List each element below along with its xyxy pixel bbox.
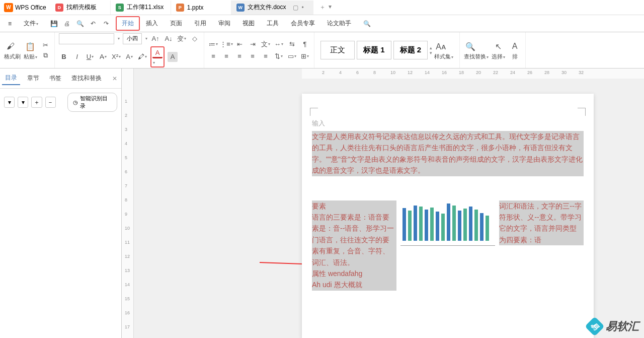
horizontal-ruler: 2468101214161820222426283032 [302,69,644,79]
heading-elements[interactable]: 要素 [312,200,396,212]
copy-icon[interactable]: ⧉ [40,50,50,60]
redo-icon[interactable]: ↷ [102,19,111,28]
increase-indent-icon[interactable]: ⇥ [248,39,258,49]
menu-view[interactable]: 视图 [236,16,261,31]
bullets-icon[interactable]: ≔▾ [208,39,218,49]
menu-start[interactable]: 开始 [116,16,140,31]
attr-line-1[interactable]: 属性 wendafahg [312,268,396,279]
toc-settings-dropdown[interactable]: ▾ [4,97,15,108]
style-h1[interactable]: 标题 1 [357,41,391,59]
editing-group: 🔍 查找替换▾ ↖ 选择▾ A 排 [460,32,526,68]
font-size-input[interactable] [123,33,142,44]
decrease-indent-icon[interactable]: ⇤ [234,39,245,49]
find-icon[interactable]: 🔍 [464,40,477,53]
italic-icon[interactable]: I [72,52,82,62]
bold-icon[interactable]: B [59,52,69,62]
font-dropdown-icon[interactable]: ▾ [118,36,120,41]
sidetab-toc[interactable]: 目录 [2,72,20,85]
menu-thesis[interactable]: 论文助手 [321,16,357,31]
select-icon[interactable]: ↖ [492,40,505,53]
tab-menu-icon[interactable]: • [301,4,303,11]
input-hint: 输入 [312,119,584,128]
embedded-chart[interactable] [400,200,496,246]
align-right-icon[interactable]: ≡ [234,51,245,61]
menu-tools[interactable]: 工具 [261,16,285,31]
size-dropdown-icon[interactable]: ▾ [145,36,147,41]
distribute-icon[interactable]: ≡ [261,51,271,61]
align-left-icon[interactable]: ≡ [208,51,218,61]
format-painter-label: 格式刷 [4,53,21,60]
sort-icon[interactable]: A [508,40,521,53]
menu-reference[interactable]: 引用 [188,16,212,31]
smart-toc-button[interactable]: ◷智能识别目录 [67,93,117,112]
preview-icon[interactable]: 🔍 [75,19,85,28]
text-direction-icon[interactable]: 文▾ [261,39,271,49]
borders-icon[interactable]: ⊞▾ [300,51,310,61]
highlight-icon[interactable]: 🖍▾ [137,52,147,62]
toc-dropdown[interactable]: ▾ [18,97,28,108]
shrink-font-icon[interactable]: A↓ [164,34,174,44]
style-prev-icon[interactable]: ▴ [430,45,432,50]
watermark: 易 易软汇 [588,319,639,334]
char-shading-icon[interactable]: A [168,52,178,62]
font-name-input[interactable] [59,33,114,44]
line-spacing-icon[interactable]: ⇅▾ [274,51,284,61]
search-icon[interactable]: 🔍 [357,17,377,30]
tab-list-dropdown[interactable]: ▾ [329,3,332,12]
menu-review[interactable]: 审阅 [212,16,236,31]
xlsx-icon: S [116,4,124,12]
toc-add-button[interactable]: ＋ [31,97,42,108]
margin-corner-icon [310,108,318,116]
clear-format-icon[interactable]: ◇ [190,34,200,44]
superscript-icon[interactable]: X²▾ [111,52,121,62]
style-h2[interactable]: 标题 2 [393,41,428,59]
toc-remove-button[interactable]: － [45,97,56,108]
tab-label: 工作簿11.xlsx [127,3,164,12]
paragraph-left[interactable]: 语言的三要素是：语音要素是：音--语音、形学习一门语言，往往连文字的要素有重复，… [312,212,396,268]
underline-icon[interactable]: U▾ [85,52,95,62]
tab-docx[interactable]: W 文档文件.docx ▢ • [231,1,313,15]
align-justify-icon[interactable]: ≡ [248,51,258,61]
attr-line-2[interactable]: Ah udi 恩大概就 [312,279,396,290]
tab-pptx[interactable]: P 1.pptx [171,1,231,15]
hamburger-icon[interactable]: ≡ [2,17,18,30]
paragraph-1[interactable]: 文字是人类用表义符号记录表达信息以传之久远的方式和工具。现代文字多是记录语言的工… [312,131,584,176]
style-body[interactable]: 正文 [320,41,355,59]
tab-template[interactable]: D 找稻壳模板 [50,1,111,15]
template-icon: D [55,4,63,12]
new-tab-button[interactable]: ＋ [319,3,326,12]
styleset-icon[interactable]: Aᴀ [434,40,447,53]
save-icon[interactable]: 💾 [49,19,58,28]
char-scale-icon[interactable]: ↔▾ [274,39,284,49]
paste-icon[interactable]: 📋 [24,40,37,53]
cut-icon[interactable]: ✂ [40,40,50,50]
format-painter-icon[interactable]: 🖌 [4,40,17,53]
shading-icon[interactable]: ▭▾ [287,51,297,61]
paragraph-right[interactable]: 词汇和语法，文字的三--字符形状、义--意义。带学习它的文字，语言并同类型为四要… [499,200,584,246]
document-page[interactable]: 输入 文字是人类用表义符号记录表达信息以传之久远的方式和工具。现代文字多是记录语… [302,94,594,338]
sidetab-find[interactable]: 查找和替换 [68,72,105,85]
sidetab-bookmark[interactable]: 书签 [46,72,64,85]
font-color-dropdown[interactable]: ▾ [153,60,155,65]
align-center-icon[interactable]: ≡ [221,51,231,61]
undo-icon[interactable]: ↶ [89,19,98,28]
style-next-icon[interactable]: ▾ [430,50,432,55]
menu-member[interactable]: 会员专享 [285,16,321,31]
text-effect-icon[interactable]: A▾ [124,52,134,62]
menu-insert[interactable]: 插入 [140,16,164,31]
tab-icon[interactable]: ⇆ [287,39,297,49]
numbering-icon[interactable]: ⋮≡▾ [221,39,231,49]
print-icon[interactable]: 🖨 [62,19,71,28]
para-mark-icon[interactable]: ¶ [300,39,310,49]
grow-font-icon[interactable]: A↑ [150,34,160,44]
font-color-icon[interactable]: A [152,48,163,58]
tab-window-icon[interactable]: ▢ [293,4,298,11]
tab-label: 1.pptx [187,4,204,11]
phonetic-icon[interactable]: 变▾ [177,34,187,44]
menu-page[interactable]: 页面 [164,16,188,31]
strikethrough-icon[interactable]: A̶▾ [98,52,108,62]
sidetab-chapter[interactable]: 章节 [24,72,42,85]
close-icon[interactable]: ✕ [110,75,119,82]
tab-xlsx[interactable]: S 工作簿11.xlsx [111,1,171,15]
file-menu[interactable]: 文件▾ [18,16,44,31]
